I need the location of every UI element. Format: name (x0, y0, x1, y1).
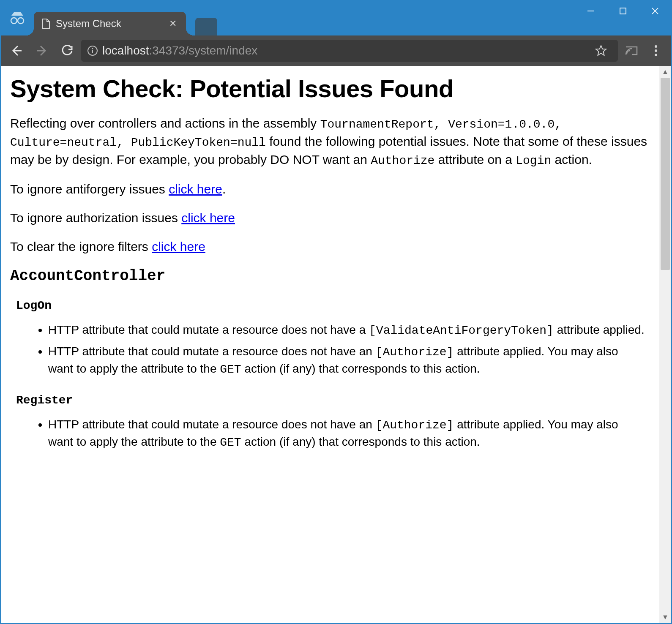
clear-filters-line: To clear the ignore filters click here (10, 238, 650, 256)
vertical-scrollbar[interactable]: ▲ ▼ (659, 66, 671, 623)
svg-point-7 (92, 48, 93, 49)
list-item: HTTP attribute that could mutate a resou… (48, 416, 650, 451)
p3-text: To ignore authorization issues (10, 211, 181, 225)
viewport: System Check: Potential Issues Found Ref… (1, 66, 671, 623)
ignore-antiforgery-line: To ignore antiforgery issues click here. (10, 180, 650, 198)
issue-mono: GET (220, 363, 241, 376)
issue-mono: [Authorize] (376, 419, 454, 432)
titlebar-left: System Check ✕ (1, 1, 217, 35)
minimize-button[interactable] (575, 1, 607, 21)
issue-mono: [ValidateAntiForgeryToken] (369, 324, 554, 337)
url-rest: :34373/system/index (149, 44, 258, 57)
intro-text-4: action. (551, 153, 592, 166)
forward-button[interactable] (30, 39, 53, 62)
issue-text: attribute applied. (554, 323, 645, 336)
clear-filters-link[interactable]: click here (152, 240, 205, 253)
browser-tab[interactable]: System Check ✕ (34, 12, 186, 35)
page-content: System Check: Potential Issues Found Ref… (1, 66, 659, 623)
tab-title: System Check (56, 18, 121, 30)
svg-point-1 (18, 18, 24, 24)
ignore-authorization-link[interactable]: click here (181, 211, 235, 225)
intro-paragraph: Reflecting over controllers and actions … (10, 114, 650, 169)
p2-text: To ignore antiforgery issues (10, 182, 169, 196)
issue-text: HTTP attribute that could mutate a resou… (48, 345, 376, 358)
titlebar: System Check ✕ (1, 1, 671, 35)
action-register-heading: Register (16, 394, 650, 407)
menu-button[interactable] (645, 40, 667, 62)
intro-mono-3: Login (516, 154, 551, 167)
intro-text-1: Reflecting over controllers and actions … (10, 116, 320, 130)
new-tab-stub[interactable] (195, 18, 217, 35)
svg-point-10 (655, 45, 657, 48)
maximize-button[interactable] (607, 1, 639, 21)
window-controls (575, 1, 671, 21)
address-bar[interactable]: localhost:34373/system/index (81, 40, 618, 62)
ignore-antiforgery-link[interactable]: click here (169, 182, 222, 196)
issue-text: action (if any) that corresponds to this… (241, 435, 480, 448)
close-tab-icon[interactable]: ✕ (162, 18, 177, 29)
svg-point-12 (655, 54, 657, 56)
issue-mono: [Authorize] (376, 346, 454, 359)
svg-marker-9 (596, 46, 606, 55)
url-host: localhost (102, 44, 149, 57)
scroll-thumb[interactable] (661, 78, 670, 270)
list-item: HTTP attribute that could mutate a resou… (48, 343, 650, 378)
close-window-button[interactable] (639, 1, 671, 21)
svg-point-11 (655, 49, 657, 52)
svg-rect-3 (620, 8, 626, 14)
intro-mono-2: Authorize (371, 154, 434, 167)
p4-text: To clear the ignore filters (10, 240, 152, 253)
issue-text: HTTP attribute that could mutate a resou… (48, 323, 369, 336)
svg-point-0 (11, 18, 17, 24)
page-title: System Check: Potential Issues Found (10, 74, 650, 103)
action-logon-heading: LogOn (16, 299, 650, 312)
issue-text: HTTP attribute that could mutate a resou… (48, 418, 376, 431)
bookmark-star-icon[interactable] (590, 40, 612, 62)
page-icon (41, 18, 51, 29)
ignore-authorization-line: To ignore authorization issues click her… (10, 209, 650, 227)
back-button[interactable] (5, 39, 28, 62)
browser-window: System Check ✕ (0, 0, 672, 624)
scroll-up-arrow-icon[interactable]: ▲ (659, 66, 671, 78)
scroll-track[interactable] (659, 78, 671, 611)
issue-text: action (if any) that corresponds to this… (241, 362, 480, 375)
scroll-down-arrow-icon[interactable]: ▼ (659, 611, 671, 623)
list-item: HTTP attribute that could mutate a resou… (48, 322, 650, 339)
intro-text-3: attribute on a (434, 153, 516, 166)
info-icon[interactable] (87, 45, 98, 56)
toolbar: localhost:34373/system/index (1, 35, 671, 66)
issue-mono: GET (220, 436, 241, 449)
action-register-issues: HTTP attribute that could mutate a resou… (48, 416, 650, 451)
reload-button[interactable] (56, 39, 79, 62)
controller-heading: AccountController (10, 267, 650, 285)
cast-icon[interactable] (620, 40, 642, 62)
action-logon-issues: HTTP attribute that could mutate a resou… (48, 322, 650, 378)
p2-after: . (222, 182, 226, 196)
